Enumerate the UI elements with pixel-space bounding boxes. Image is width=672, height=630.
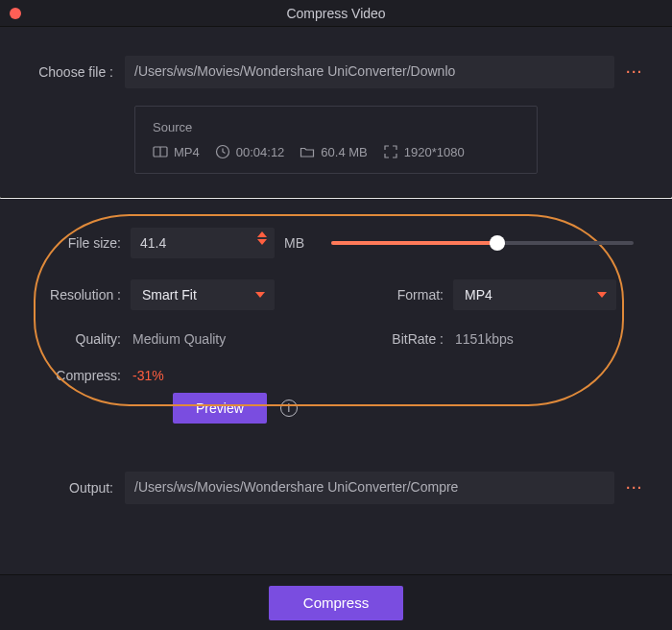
source-format-value: MP4	[174, 145, 200, 159]
compress-label: Compress:	[38, 368, 131, 383]
quality-value: Medium Quality	[131, 331, 226, 347]
slider-thumb[interactable]	[490, 235, 505, 251]
file-size-label: File size:	[38, 235, 131, 251]
choose-file-section: Choose file : /Users/ws/Movies/Wondersha…	[0, 27, 672, 197]
resolution-label: Resolution :	[38, 287, 131, 303]
source-size: 60.4 MB	[300, 144, 367, 159]
stepper-down-icon[interactable]	[257, 239, 267, 245]
output-label: Output:	[29, 480, 125, 496]
output-section: Output: /Users/ws/Movies/Wondershare Uni…	[0, 433, 672, 504]
clock-icon	[215, 144, 230, 159]
slider-fill	[331, 241, 497, 245]
resolution-value: Smart Fit	[142, 287, 197, 303]
bitrate-value: 1151kbps	[453, 331, 514, 347]
format-select[interactable]: MP4	[453, 279, 616, 310]
source-resolution-value: 1920*1080	[404, 145, 465, 159]
source-box: Source MP4 00:04:12	[134, 106, 538, 174]
choose-file-more-icon[interactable]: ···	[614, 64, 643, 80]
compress-value: -31%	[131, 368, 164, 383]
output-more-icon[interactable]: ···	[614, 480, 643, 496]
bitrate-label: BitRate :	[384, 331, 453, 347]
film-icon	[153, 144, 168, 159]
quality-label: Quality:	[38, 331, 131, 347]
preview-button[interactable]: Preview	[173, 393, 267, 424]
folder-icon	[300, 144, 315, 159]
format-label: Format:	[384, 287, 453, 303]
source-duration: 00:04:12	[215, 144, 285, 159]
source-duration-value: 00:04:12	[236, 145, 285, 159]
source-size-value: 60.4 MB	[321, 145, 367, 159]
file-size-stepper[interactable]	[257, 231, 267, 245]
resolution-select[interactable]: Smart Fit	[131, 279, 275, 310]
window-title: Compress Video	[0, 6, 672, 21]
chevron-down-icon	[597, 292, 607, 298]
output-input[interactable]: /Users/ws/Movies/Wondershare UniConverte…	[125, 472, 614, 504]
choose-file-input[interactable]: /Users/ws/Movies/Wondershare UniConverte…	[125, 56, 614, 88]
chevron-down-icon	[255, 292, 265, 298]
info-icon[interactable]: i	[280, 400, 298, 417]
source-format: MP4	[153, 144, 200, 159]
footer: Compress	[0, 574, 672, 630]
file-size-input[interactable]: 41.4	[131, 228, 275, 258]
settings-area: File size: 41.4 MB Resolution : Smart Fi…	[0, 199, 672, 433]
source-label: Source	[153, 120, 519, 134]
format-value: MP4	[465, 287, 492, 303]
titlebar: Compress Video	[0, 0, 672, 27]
compress-button[interactable]: Compress	[269, 586, 403, 620]
choose-file-label: Choose file :	[29, 64, 125, 80]
stepper-up-icon[interactable]	[257, 231, 267, 237]
file-size-value: 41.4	[140, 235, 166, 251]
file-size-unit: MB	[284, 235, 304, 251]
source-resolution: 1920*1080	[383, 144, 465, 159]
expand-icon	[383, 144, 398, 159]
file-size-slider[interactable]	[331, 233, 634, 253]
